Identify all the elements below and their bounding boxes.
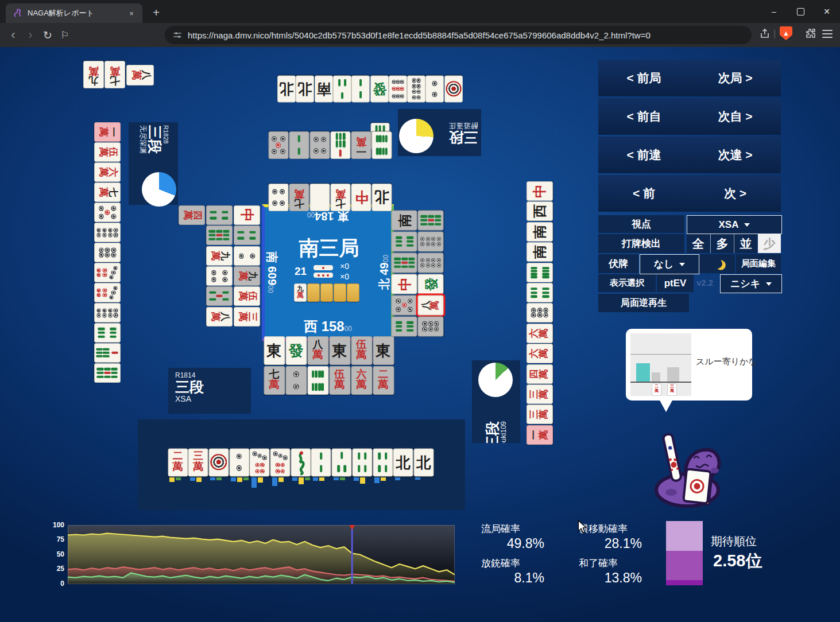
share-icon[interactable] — [759, 28, 771, 41]
tile-z4[interactable]: 北 — [413, 448, 433, 476]
dahai-option-normal[interactable]: 並 — [734, 234, 757, 253]
next-mismatch-button[interactable]: 次違 > — [690, 147, 781, 163]
brave-shield-icon[interactable]: ▲ — [780, 26, 792, 40]
stat-dealin-value: 8.1% — [481, 570, 544, 586]
tile-p5 — [268, 131, 288, 159]
tile-p8 — [417, 252, 443, 273]
tile-z4[interactable]: 北 — [393, 448, 413, 476]
night-mode-toggle[interactable] — [699, 254, 735, 273]
chart-ytick-0: 0 — [48, 580, 64, 588]
tile-m8: 八萬 — [206, 307, 233, 326]
fusehai-select[interactable]: なし — [640, 254, 699, 274]
tile-m2[interactable]: 二萬 — [168, 448, 188, 476]
dahai-option-many[interactable]: 多 — [710, 234, 734, 253]
model-select[interactable]: ニシキ — [720, 274, 782, 293]
tile-s2[interactable] — [311, 448, 331, 476]
tile-s6 — [391, 316, 417, 336]
tile-m4: 四萬 — [179, 205, 205, 225]
tile-m3[interactable]: 三萬 — [188, 448, 208, 476]
viewpoint-label: 視点 — [598, 215, 684, 233]
player-north-pie-chart — [478, 363, 513, 397]
tile-m7: 七萬 — [94, 182, 121, 202]
player-east-name: 醉逍遥庄 — [449, 120, 478, 130]
tile-eval-bars — [415, 477, 420, 480]
nav-row-step: < 前 次 > — [598, 175, 781, 212]
tile-s3[interactable] — [332, 448, 352, 476]
tile-eval-bars — [313, 477, 324, 481]
tile-s4[interactable] — [373, 448, 393, 476]
naga-speech-bubble: 二萬三萬 スルー寄りかな — [626, 329, 752, 401]
tile-p7[interactable] — [250, 448, 270, 476]
player-east-pie-chart — [399, 119, 433, 153]
stat-dealin-label: 放銃確率 — [481, 557, 520, 570]
tile-z7: 中 — [234, 205, 260, 225]
player-south-pie-chart — [142, 172, 176, 207]
prev-mismatch-button[interactable]: < 前違 — [598, 147, 690, 163]
toolbar-divider: | — [773, 29, 776, 39]
tile-xb — [307, 283, 320, 302]
display-select-label[interactable]: 表示選択 — [598, 274, 656, 292]
naga-advice-text: スルー寄りかな — [696, 356, 757, 367]
menu-hamburger-icon[interactable] — [822, 28, 833, 40]
prev-self-button[interactable]: < 前自 — [598, 108, 690, 125]
tile-z2: 南 — [315, 75, 333, 102]
dahai-option-all[interactable]: 全 — [687, 234, 710, 253]
board-edit-button[interactable]: 局面編集 — [736, 254, 781, 273]
tile-s4[interactable] — [352, 448, 372, 476]
tile-m1: 一萬 — [94, 122, 121, 142]
tile-eval-bars — [231, 477, 249, 482]
window-close-button[interactable]: ✕ — [814, 0, 840, 23]
back-icon[interactable]: ‹ — [5, 28, 22, 42]
next-kyoku-button[interactable]: 次局 > — [690, 70, 781, 86]
tile-m8: 八萬 — [307, 336, 328, 365]
viewpoint-select[interactable]: XSA — [687, 215, 782, 234]
tile-p7[interactable] — [270, 448, 291, 476]
tile-s1[interactable] — [291, 448, 311, 476]
window-maximize-button[interactable] — [787, 0, 814, 23]
tile-m6: 六萬 — [527, 344, 553, 363]
chevron-down-icon — [766, 282, 772, 286]
window-minimize-button[interactable]: – — [761, 0, 787, 23]
prev-step-button[interactable]: < 前 — [598, 185, 690, 201]
tile-m7: 七萬 — [104, 61, 125, 88]
expected-rank-label: 期待順位 — [711, 534, 757, 549]
tile-eval-bars — [251, 477, 263, 488]
tile-p5 — [391, 295, 417, 315]
tile-p2 — [285, 366, 307, 395]
ptev-button[interactable]: ptEV — [657, 274, 694, 292]
forward-icon[interactable]: › — [22, 28, 39, 42]
naga-favicon-icon — [13, 8, 23, 18]
dahai-option-few-selected[interactable]: 少 — [758, 234, 781, 253]
extensions-puzzle-icon[interactable] — [805, 28, 816, 41]
next-step-button[interactable]: 次 > — [690, 185, 781, 201]
tile-p4 — [309, 131, 330, 159]
tile-p1[interactable] — [208, 448, 229, 476]
tile-m7: 七萬 — [264, 366, 285, 395]
tile-m7: 七萬 — [289, 184, 309, 211]
tile-m2: 二萬 — [373, 366, 394, 395]
url-bar[interactable]: https://naga.dmv.nico/htmls/5040c2db5757… — [165, 26, 752, 44]
player-box-west-hero: R1814 三段 XSA — [168, 368, 251, 414]
tile-s8 — [527, 263, 553, 282]
chevron-down-icon — [744, 223, 750, 227]
tile-m9: 九萬 — [206, 246, 233, 266]
next-self-button[interactable]: 次自 > — [690, 108, 781, 125]
tile-m9: 九萬 — [294, 283, 307, 302]
player-west-name: XSA — [175, 394, 251, 403]
reload-icon[interactable]: ↻ — [39, 29, 56, 42]
tile-p5 — [94, 203, 121, 222]
tile-m1: 一萬 — [351, 131, 371, 159]
reverse-replay-button[interactable]: 局面逆再生 — [598, 294, 689, 312]
browser-tab[interactable]: NAGA解析レポート × — [6, 3, 142, 23]
prev-kyoku-button[interactable]: < 前局 — [598, 70, 690, 86]
bookmark-icon[interactable]: ⚐ — [56, 29, 73, 41]
chart-ytick-75: 75 — [48, 535, 64, 543]
tab-close-icon[interactable]: × — [125, 7, 138, 20]
tile-s7 — [94, 343, 121, 363]
new-tab-button[interactable]: + — [148, 5, 164, 21]
mouse-cursor — [576, 520, 589, 534]
probability-trend-chart[interactable] — [68, 525, 455, 584]
tile-p2[interactable] — [229, 448, 249, 476]
tile-p9 — [389, 75, 407, 102]
site-settings-icon[interactable] — [173, 30, 182, 40]
